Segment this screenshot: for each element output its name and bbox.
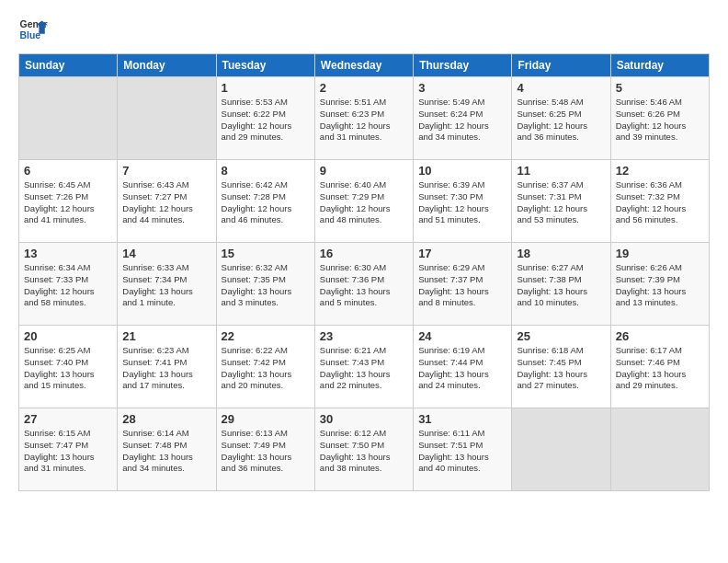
cell-info: Sunrise: 6:18 AM Sunset: 7:45 PM Dayligh… bbox=[517, 345, 605, 392]
header: General Blue bbox=[18, 15, 710, 44]
cell-info: Sunrise: 5:48 AM Sunset: 6:25 PM Dayligh… bbox=[517, 97, 605, 144]
day-number: 1 bbox=[222, 81, 310, 95]
cell-info: Sunrise: 6:21 AM Sunset: 7:43 PM Dayligh… bbox=[320, 345, 408, 392]
day-number: 13 bbox=[24, 247, 112, 260]
day-number: 8 bbox=[222, 164, 310, 178]
cell-info: Sunrise: 6:13 AM Sunset: 7:49 PM Dayligh… bbox=[222, 428, 310, 475]
calendar-cell: 29Sunrise: 6:13 AM Sunset: 7:49 PM Dayli… bbox=[216, 408, 314, 491]
cell-info: Sunrise: 5:49 AM Sunset: 6:24 PM Dayligh… bbox=[418, 97, 506, 144]
calendar-cell: 8Sunrise: 6:42 AM Sunset: 7:28 PM Daylig… bbox=[216, 160, 314, 243]
cell-info: Sunrise: 6:25 AM Sunset: 7:40 PM Dayligh… bbox=[24, 345, 112, 392]
cell-info: Sunrise: 6:37 AM Sunset: 7:31 PM Dayligh… bbox=[517, 179, 605, 226]
day-number: 20 bbox=[24, 329, 112, 343]
calendar-cell: 10Sunrise: 6:39 AM Sunset: 7:30 PM Dayli… bbox=[414, 160, 512, 243]
calendar-cell: 7Sunrise: 6:43 AM Sunset: 7:27 PM Daylig… bbox=[118, 160, 216, 243]
day-number: 2 bbox=[320, 81, 408, 95]
day-number: 10 bbox=[418, 164, 506, 178]
calendar-cell: 21Sunrise: 6:23 AM Sunset: 7:41 PM Dayli… bbox=[118, 326, 216, 408]
column-header-tuesday: Tuesday bbox=[216, 54, 314, 77]
day-number: 17 bbox=[418, 247, 506, 260]
logo-icon: General Blue bbox=[18, 15, 48, 44]
calendar-cell bbox=[118, 77, 216, 160]
calendar-cell: 12Sunrise: 6:36 AM Sunset: 7:32 PM Dayli… bbox=[610, 160, 709, 243]
cell-info: Sunrise: 6:19 AM Sunset: 7:44 PM Dayligh… bbox=[418, 345, 506, 392]
calendar-cell: 28Sunrise: 6:14 AM Sunset: 7:48 PM Dayli… bbox=[118, 408, 216, 491]
calendar-table: SundayMondayTuesdayWednesdayThursdayFrid… bbox=[18, 53, 710, 491]
day-number: 9 bbox=[320, 164, 408, 178]
calendar-cell: 26Sunrise: 6:17 AM Sunset: 7:46 PM Dayli… bbox=[610, 326, 709, 408]
calendar-cell: 14Sunrise: 6:33 AM Sunset: 7:34 PM Dayli… bbox=[118, 243, 216, 326]
calendar-cell: 16Sunrise: 6:30 AM Sunset: 7:36 PM Dayli… bbox=[314, 243, 413, 326]
day-number: 14 bbox=[122, 247, 210, 260]
calendar-cell: 30Sunrise: 6:12 AM Sunset: 7:50 PM Dayli… bbox=[314, 408, 413, 491]
calendar-cell: 27Sunrise: 6:15 AM Sunset: 7:47 PM Dayli… bbox=[19, 408, 118, 491]
day-number: 3 bbox=[418, 81, 506, 95]
calendar-cell: 5Sunrise: 5:46 AM Sunset: 6:26 PM Daylig… bbox=[610, 77, 709, 160]
calendar-cell bbox=[19, 77, 118, 160]
cell-info: Sunrise: 6:36 AM Sunset: 7:32 PM Dayligh… bbox=[616, 179, 704, 226]
day-number: 16 bbox=[320, 247, 408, 260]
day-number: 7 bbox=[122, 164, 210, 178]
calendar-cell: 3Sunrise: 5:49 AM Sunset: 6:24 PM Daylig… bbox=[414, 77, 512, 160]
column-header-friday: Friday bbox=[512, 54, 610, 77]
day-number: 6 bbox=[24, 164, 112, 178]
calendar-cell: 24Sunrise: 6:19 AM Sunset: 7:44 PM Dayli… bbox=[414, 326, 512, 408]
calendar-cell: 13Sunrise: 6:34 AM Sunset: 7:33 PM Dayli… bbox=[19, 243, 118, 326]
day-number: 22 bbox=[222, 329, 310, 343]
calendar-cell: 20Sunrise: 6:25 AM Sunset: 7:40 PM Dayli… bbox=[19, 326, 118, 408]
cell-info: Sunrise: 6:33 AM Sunset: 7:34 PM Dayligh… bbox=[122, 262, 210, 309]
cell-info: Sunrise: 6:12 AM Sunset: 7:50 PM Dayligh… bbox=[320, 428, 408, 475]
cell-info: Sunrise: 6:17 AM Sunset: 7:46 PM Dayligh… bbox=[616, 345, 704, 392]
day-number: 15 bbox=[222, 247, 310, 260]
day-number: 23 bbox=[320, 329, 408, 343]
calendar-cell bbox=[610, 408, 709, 491]
day-number: 26 bbox=[616, 329, 704, 343]
cell-info: Sunrise: 6:39 AM Sunset: 7:30 PM Dayligh… bbox=[418, 179, 506, 226]
calendar-cell bbox=[512, 408, 610, 491]
column-header-saturday: Saturday bbox=[610, 54, 709, 77]
day-number: 5 bbox=[616, 81, 704, 95]
column-header-sunday: Sunday bbox=[19, 54, 118, 77]
cell-info: Sunrise: 6:14 AM Sunset: 7:48 PM Dayligh… bbox=[122, 428, 210, 475]
calendar-cell: 22Sunrise: 6:22 AM Sunset: 7:42 PM Dayli… bbox=[216, 326, 314, 408]
calendar-cell: 11Sunrise: 6:37 AM Sunset: 7:31 PM Dayli… bbox=[512, 160, 610, 243]
calendar-cell: 4Sunrise: 5:48 AM Sunset: 6:25 PM Daylig… bbox=[512, 77, 610, 160]
calendar-cell: 25Sunrise: 6:18 AM Sunset: 7:45 PM Dayli… bbox=[512, 326, 610, 408]
column-header-monday: Monday bbox=[118, 54, 216, 77]
logo: General Blue bbox=[18, 15, 48, 44]
day-number: 30 bbox=[320, 412, 408, 426]
cell-info: Sunrise: 6:32 AM Sunset: 7:35 PM Dayligh… bbox=[222, 262, 310, 309]
day-number: 24 bbox=[418, 329, 506, 343]
cell-info: Sunrise: 5:53 AM Sunset: 6:22 PM Dayligh… bbox=[222, 97, 310, 144]
day-number: 29 bbox=[222, 412, 310, 426]
cell-info: Sunrise: 6:22 AM Sunset: 7:42 PM Dayligh… bbox=[222, 345, 310, 392]
day-number: 25 bbox=[517, 329, 605, 343]
svg-text:Blue: Blue bbox=[20, 30, 41, 40]
cell-info: Sunrise: 6:27 AM Sunset: 7:38 PM Dayligh… bbox=[517, 262, 605, 309]
cell-info: Sunrise: 5:46 AM Sunset: 6:26 PM Dayligh… bbox=[616, 97, 704, 144]
cell-info: Sunrise: 6:45 AM Sunset: 7:26 PM Dayligh… bbox=[24, 179, 112, 226]
cell-info: Sunrise: 6:26 AM Sunset: 7:39 PM Dayligh… bbox=[616, 262, 704, 309]
cell-info: Sunrise: 6:15 AM Sunset: 7:47 PM Dayligh… bbox=[24, 428, 112, 475]
calendar-cell: 6Sunrise: 6:45 AM Sunset: 7:26 PM Daylig… bbox=[19, 160, 118, 243]
day-number: 31 bbox=[418, 412, 506, 426]
cell-info: Sunrise: 6:30 AM Sunset: 7:36 PM Dayligh… bbox=[320, 262, 408, 309]
calendar-cell: 15Sunrise: 6:32 AM Sunset: 7:35 PM Dayli… bbox=[216, 243, 314, 326]
day-number: 11 bbox=[517, 164, 605, 178]
calendar-cell: 31Sunrise: 6:11 AM Sunset: 7:51 PM Dayli… bbox=[414, 408, 512, 491]
cell-info: Sunrise: 6:43 AM Sunset: 7:27 PM Dayligh… bbox=[122, 179, 210, 226]
calendar-cell: 2Sunrise: 5:51 AM Sunset: 6:23 PM Daylig… bbox=[314, 77, 413, 160]
cell-info: Sunrise: 6:23 AM Sunset: 7:41 PM Dayligh… bbox=[122, 345, 210, 392]
day-number: 21 bbox=[122, 329, 210, 343]
calendar-cell: 19Sunrise: 6:26 AM Sunset: 7:39 PM Dayli… bbox=[610, 243, 709, 326]
column-header-wednesday: Wednesday bbox=[314, 54, 413, 77]
day-number: 12 bbox=[616, 164, 704, 178]
page: General Blue SundayMondayTuesdayWednesda… bbox=[0, 0, 728, 563]
cell-info: Sunrise: 6:29 AM Sunset: 7:37 PM Dayligh… bbox=[418, 262, 506, 309]
calendar-cell: 23Sunrise: 6:21 AM Sunset: 7:43 PM Dayli… bbox=[314, 326, 413, 408]
cell-info: Sunrise: 6:40 AM Sunset: 7:29 PM Dayligh… bbox=[320, 179, 408, 226]
cell-info: Sunrise: 6:34 AM Sunset: 7:33 PM Dayligh… bbox=[24, 262, 112, 309]
day-number: 18 bbox=[517, 247, 605, 260]
day-number: 27 bbox=[24, 412, 112, 426]
day-number: 28 bbox=[122, 412, 210, 426]
